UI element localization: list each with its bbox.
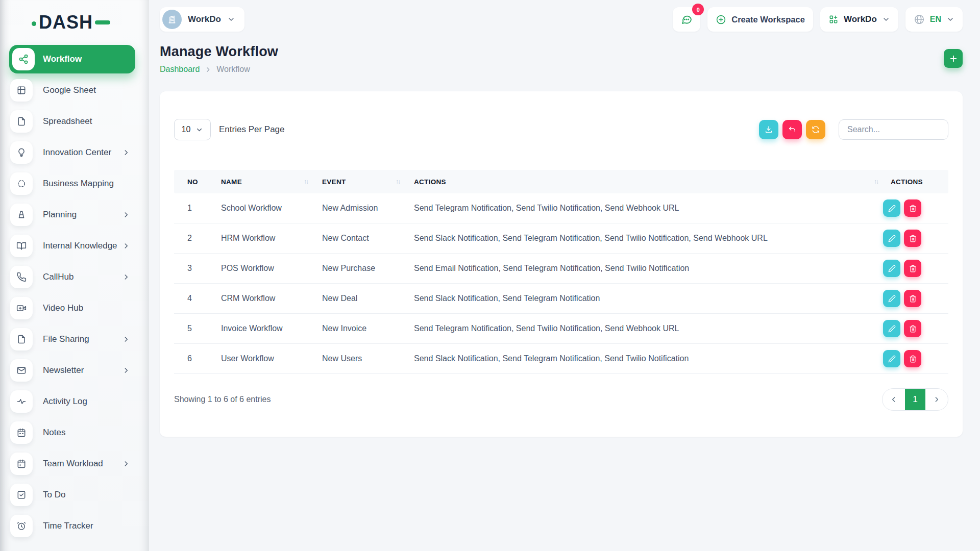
table-toolbar: 10 Entries Per Page: [174, 119, 948, 140]
entries-per-page-select[interactable]: 10: [174, 119, 211, 140]
delete-button[interactable]: [904, 350, 921, 367]
sidebar-item-innovation-center[interactable]: Innovation Center: [10, 141, 149, 164]
cell-row-buttons: [883, 350, 948, 367]
cell-actions-text: Send Slack Notification, Send Telegram N…: [414, 354, 883, 363]
delete-button[interactable]: [904, 320, 921, 337]
sidebar-item-google-sheet[interactable]: Google Sheet: [10, 79, 149, 102]
cell-name: POS Workflow: [221, 264, 322, 273]
edit-button[interactable]: [883, 260, 900, 277]
sort-icon[interactable]: ↑↓: [304, 178, 308, 185]
pencil-icon: [888, 265, 896, 272]
delete-button[interactable]: [904, 230, 921, 247]
pencil-icon: [888, 205, 896, 212]
trash-icon: [909, 205, 917, 212]
edit-button[interactable]: [883, 350, 900, 367]
breadcrumb-current: Workflow: [216, 65, 250, 74]
next-page-button[interactable]: [925, 389, 948, 410]
activity-pulse-icon: [10, 390, 33, 413]
delete-button[interactable]: [904, 290, 921, 307]
undo-button[interactable]: [782, 120, 802, 139]
delete-button[interactable]: [904, 199, 921, 217]
grid-plus-icon: [828, 14, 839, 24]
chevron-left-icon: [890, 395, 898, 404]
workspace-switcher[interactable]: WorkDo: [160, 7, 244, 32]
language-dropdown[interactable]: EN: [905, 7, 963, 32]
create-workspace-button[interactable]: Create Workspace: [707, 7, 813, 32]
sidebar-item-file-sharing[interactable]: File Sharing: [10, 328, 149, 350]
trash-icon: [909, 235, 917, 242]
chevron-right-icon: [122, 460, 130, 467]
export-button[interactable]: [759, 120, 778, 139]
cell-row-buttons: [883, 290, 948, 307]
sidebar-item-label: To Do: [43, 490, 65, 500]
pencil-icon: [888, 295, 896, 303]
chevron-right-icon: [122, 273, 130, 281]
column-header-actions: ACTIONS ↑↓: [414, 178, 883, 186]
sidebar-item-label: Newsletter: [43, 365, 84, 375]
sort-icon[interactable]: ↑↓: [396, 178, 400, 185]
table-row: 5 Invoice Workflow New Invoice Send Tele…: [174, 314, 948, 344]
trash-icon: [909, 325, 917, 333]
app-root: DASH Workflow Google Sheet Spreadsheet: [0, 0, 980, 551]
main-area: WorkDo 0 Create Workspace: [149, 0, 980, 551]
column-header-event: EVENT ↑↓: [322, 178, 414, 186]
chevron-right-icon: [122, 242, 130, 249]
pencil-icon: [888, 355, 896, 363]
chevron-down-icon: [882, 15, 890, 23]
check-square-icon: [10, 484, 33, 506]
sidebar-item-spreadsheet[interactable]: Spreadsheet: [10, 110, 149, 133]
page-header: Manage Workflow Dashboard Workflow: [160, 44, 963, 74]
sidebar-item-video-hub[interactable]: Video Hub: [10, 297, 149, 319]
cell-no: 5: [174, 324, 221, 333]
cell-row-buttons: [883, 320, 948, 337]
column-header-label: EVENT: [322, 178, 346, 186]
trash-icon: [909, 355, 917, 363]
table-header-row: NO NAME ↑↓ EVENT ↑↓ ACTIONS ↑↓ ACTIONS: [174, 170, 948, 193]
edit-button[interactable]: [883, 290, 900, 307]
cell-row-buttons: [883, 199, 948, 217]
app-menu-dropdown[interactable]: WorkDo: [820, 7, 898, 32]
workspace-name: WorkDo: [188, 14, 221, 24]
delete-button[interactable]: [904, 260, 921, 277]
breadcrumb: Dashboard Workflow: [160, 65, 278, 74]
previous-page-button[interactable]: [883, 389, 905, 410]
sidebar-item-planning[interactable]: Planning: [10, 204, 149, 226]
add-workflow-button[interactable]: [944, 49, 963, 68]
sidebar-item-to-do[interactable]: To Do: [10, 484, 149, 506]
search-input[interactable]: [839, 119, 948, 140]
table-footer: Showing 1 to 6 of 6 entries 1: [174, 388, 948, 411]
cell-no: 1: [174, 204, 221, 213]
sidebar-item-newsletter[interactable]: Newsletter: [10, 359, 149, 382]
topbar: WorkDo 0 Create Workspace: [160, 7, 963, 32]
calendar-icon: [10, 421, 33, 444]
refresh-button[interactable]: [806, 120, 825, 139]
table-row: 1 School Workflow New Admission Send Tel…: [174, 193, 948, 223]
sidebar-item-callhub[interactable]: CallHub: [10, 266, 149, 288]
edit-button[interactable]: [883, 320, 900, 337]
table-body: 1 School Workflow New Admission Send Tel…: [174, 193, 948, 374]
cell-actions-text: Send Telegram Notification, Send Twilio …: [414, 324, 883, 333]
sidebar-item-workflow[interactable]: Workflow: [9, 45, 135, 73]
sidebar-item-label: Video Hub: [43, 303, 83, 313]
sidebar-item-business-mapping[interactable]: Business Mapping: [10, 172, 149, 195]
edit-button[interactable]: [883, 199, 900, 217]
cell-row-buttons: [883, 230, 948, 247]
sort-icon[interactable]: ↑↓: [874, 178, 878, 185]
cell-no: 6: [174, 354, 221, 363]
sidebar-item-time-tracker[interactable]: Time Tracker: [10, 515, 149, 537]
cone-icon: [10, 204, 33, 226]
sidebar-item-team-workload[interactable]: Team Workload: [10, 453, 149, 475]
table-row: 4 CRM Workflow New Deal Send Slack Notif…: [174, 284, 948, 314]
edit-button[interactable]: [883, 230, 900, 247]
sidebar-item-notes[interactable]: Notes: [10, 421, 149, 444]
sidebar-item-activity-log[interactable]: Activity Log: [10, 390, 149, 413]
cell-row-buttons: [883, 260, 948, 277]
column-header-label: ACTIONS: [414, 178, 446, 186]
breadcrumb-dashboard-link[interactable]: Dashboard: [160, 65, 200, 74]
cell-name: School Workflow: [221, 204, 322, 213]
messages-button[interactable]: 0: [673, 7, 700, 32]
entries-per-page-value: 10: [182, 125, 191, 134]
cell-event: New Purchase: [322, 264, 414, 273]
page-number-button[interactable]: 1: [905, 389, 925, 410]
sidebar-item-internal-knowledge[interactable]: Internal Knowledge: [10, 235, 149, 257]
